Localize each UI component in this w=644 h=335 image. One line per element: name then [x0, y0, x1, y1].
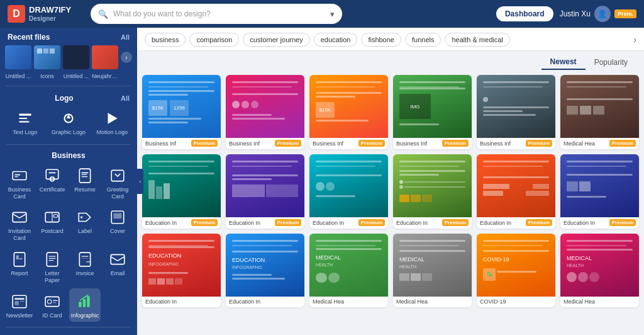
premium-badge-6: Premium	[609, 140, 636, 147]
sidebar-item-invitation-card[interactable]: Invitation Card	[4, 204, 35, 245]
sort-bar: Newest Popularity	[137, 51, 644, 72]
svg-rect-46	[87, 296, 89, 307]
sidebar-item-business-card[interactable]: Business Card	[4, 162, 35, 203]
sidebar-item-motion-logo[interactable]: Motion Logo	[91, 105, 133, 139]
template-info-7: Education In Premium	[142, 217, 221, 229]
template-card-14[interactable]: EDUCATION INFOGRAPHIC Education In	[226, 234, 304, 307]
svg-rect-20	[53, 215, 58, 217]
svg-rect-32	[82, 256, 89, 257]
template-info-9: Education In Premium	[309, 217, 388, 229]
svg-rect-45	[83, 298, 86, 307]
filter-chip-customer-journey[interactable]: customer journey	[243, 33, 309, 47]
sidebar-item-id-card[interactable]: ID Card	[36, 288, 68, 322]
template-name-8: Education In	[229, 220, 260, 226]
template-card-8[interactable]: Education In Premium	[226, 154, 304, 229]
template-info-14: Education In	[226, 297, 304, 307]
template-card-16[interactable]: MEDICAL HEALTH Medical Hea	[393, 234, 472, 307]
logo-all-link[interactable]: All	[121, 94, 130, 102]
sidebar-item-invoice[interactable]: Invoice	[69, 246, 101, 287]
premium-badge-12: Premium	[609, 219, 636, 226]
svg-rect-28	[49, 256, 56, 257]
sidebar-item-greeting-card[interactable]: Greeting Card	[102, 162, 133, 203]
template-card-2[interactable]: Business Inf Premium	[226, 75, 304, 149]
postcard-label: Postcard	[41, 228, 64, 235]
template-name-12: Education In	[564, 220, 595, 226]
logo-icon: D	[8, 5, 25, 23]
template-card-3[interactable]: $15K Business Inf Premium	[309, 75, 388, 149]
business-section-title: Business	[0, 147, 137, 162]
template-card-10[interactable]: Education In Premium	[393, 154, 472, 229]
email-label: Email	[111, 270, 125, 277]
svg-rect-7	[14, 174, 20, 176]
sidebar-collapse-handle[interactable]: ‹	[137, 169, 143, 194]
filter-chip-education[interactable]: education	[314, 33, 358, 47]
svg-rect-6	[13, 171, 26, 179]
infographic-label: Infographic	[71, 312, 99, 319]
recent-label-1: Untitled ...	[5, 73, 31, 79]
template-card-12[interactable]: Education In Premium	[560, 154, 639, 229]
template-info-4: Business Inf Premium	[393, 138, 472, 149]
sidebar-item-email[interactable]: Email	[102, 246, 133, 287]
template-card-1[interactable]: $15K 1256 Business Inf Premium	[142, 75, 221, 149]
premium-badge-1: Premium	[191, 140, 218, 147]
sidebar-item-letter-paper[interactable]: Letter Paper	[36, 246, 68, 287]
svg-rect-11	[49, 172, 56, 173]
template-info-1: Business Inf Premium	[142, 138, 221, 149]
recent-thumb-3[interactable]	[63, 45, 89, 69]
template-info-5: Business Inf Premium	[477, 138, 555, 149]
marketing-section-title: Marketing	[0, 330, 137, 335]
sort-newest-button[interactable]: Newest	[541, 55, 586, 70]
template-card-17[interactable]: COVID-19 🦠 COVID-19	[477, 234, 555, 307]
sidebar-item-certificate[interactable]: Certificate	[36, 162, 68, 203]
recent-files-next-button[interactable]: ›	[121, 52, 132, 63]
svg-rect-37	[14, 298, 24, 299]
template-card-13[interactable]: EDUCATION INFOGRAPHIC Educ	[142, 234, 221, 307]
template-card-5[interactable]: Business Inf Premium	[477, 75, 555, 149]
search-dropdown-icon[interactable]: ▾	[330, 9, 335, 19]
template-name-18: Medical Hea	[564, 298, 595, 305]
sidebar-item-postcard[interactable]: Postcard	[36, 204, 68, 245]
brand-name: DRAW7IFY	[29, 6, 71, 14]
dashboard-button[interactable]: Dashboard	[496, 6, 553, 21]
template-card-7[interactable]: Education In Premium	[142, 154, 221, 229]
svg-rect-31	[79, 253, 90, 266]
invoice-label: Invoice	[76, 270, 94, 277]
sidebar-item-cover[interactable]: Cover	[102, 204, 133, 245]
recent-all-link[interactable]: All	[121, 33, 130, 41]
svg-rect-9	[46, 169, 58, 179]
template-card-18[interactable]: MEDICAL HEALTH Medical Hea	[560, 234, 639, 307]
sidebar-item-label-item[interactable]: Label	[69, 204, 101, 245]
filter-chip-health-medical[interactable]: health & medical	[445, 33, 509, 47]
template-card-6[interactable]: Medical Hea Premium	[560, 75, 639, 149]
template-info-8: Education In Premium	[226, 217, 304, 229]
sidebar-item-resume[interactable]: Resume	[69, 162, 101, 203]
template-card-9[interactable]: Education In Premium	[309, 154, 388, 229]
sidebar-item-newsletter[interactable]: Newsletter	[4, 288, 35, 322]
premium-badge-2: Premium	[275, 140, 301, 147]
recent-thumb-1[interactable]	[5, 45, 31, 69]
search-icon: 🔍	[98, 9, 108, 19]
divider-3	[6, 327, 131, 327]
sidebar-item-report[interactable]: Report	[4, 246, 35, 287]
template-card-11[interactable]: Education In Premium	[477, 154, 555, 229]
filter-chip-funnels[interactable]: funnels	[405, 33, 441, 47]
recent-files-labels: Untitled ... Icons Untitled ... Neujahrs…	[0, 73, 137, 83]
text-logo-icon	[15, 108, 35, 128]
business-grid: Business Card Certificate Resume	[0, 162, 137, 325]
svg-rect-12	[79, 169, 90, 183]
filter-chip-fishbone[interactable]: fishbone	[361, 33, 401, 47]
sidebar-item-infographic[interactable]: Infographic	[69, 288, 101, 322]
filter-chip-business[interactable]: business	[145, 33, 186, 47]
premium-badge-9: Premium	[358, 219, 385, 226]
search-bar[interactable]: 🔍 What do you want to design? ▾	[91, 4, 342, 24]
sidebar-item-graphic-logo[interactable]: Graphic Logo	[47, 105, 89, 139]
template-card-4[interactable]: IMG Business Inf Premium	[393, 75, 472, 149]
filter-more-button[interactable]: ›	[633, 35, 636, 45]
sort-popularity-button[interactable]: Popularity	[586, 55, 636, 70]
recent-thumb-2[interactable]	[34, 45, 60, 69]
sidebar-item-text-logo[interactable]: Text Logo	[4, 105, 46, 139]
template-card-15[interactable]: MEDICAL HEALTH Medical Hea	[309, 234, 388, 307]
filter-chip-comparison[interactable]: comparison	[189, 33, 239, 47]
recent-thumb-4[interactable]	[92, 45, 118, 69]
sidebar: Recent files All	[0, 28, 137, 335]
